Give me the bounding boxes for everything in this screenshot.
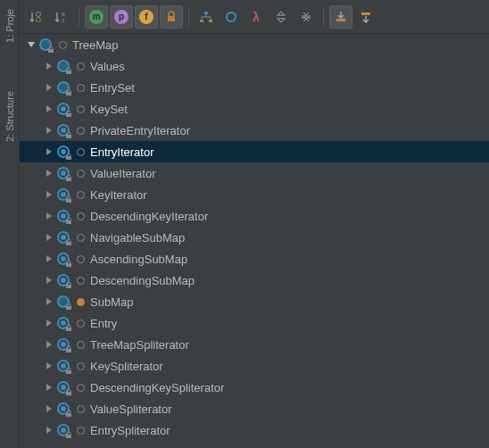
expand-arrow-icon[interactable] xyxy=(43,234,55,241)
autoscroll-to-source-button[interactable] xyxy=(329,5,352,29)
node-label: KeySpliterator xyxy=(90,360,163,373)
method-icon: m xyxy=(89,10,104,24)
project-tool-tab[interactable]: 1: Proje xyxy=(3,4,17,48)
node-label: PrivateEntryIterator xyxy=(90,124,190,137)
expand-arrow-icon[interactable] xyxy=(43,62,55,70)
expand-arrow-icon[interactable] xyxy=(43,277,55,284)
tree-node[interactable]: ValueSpliterator xyxy=(20,398,489,419)
tree-node[interactable]: KeySpliterator xyxy=(20,355,489,377)
node-label: DescendingSubMap xyxy=(90,274,195,287)
structure-tool-tab[interactable]: 2: Structure xyxy=(3,86,17,147)
visibility-indicator xyxy=(77,255,85,263)
expand-arrow-icon[interactable] xyxy=(43,212,55,220)
tree-node[interactable]: DescendingKeySpliterator xyxy=(20,377,489,398)
class-icon xyxy=(55,315,71,331)
tree-node-root[interactable]: TreeMap xyxy=(20,34,489,55)
node-label: ValueSpliterator xyxy=(90,402,172,416)
tree-node[interactable]: Values xyxy=(20,55,489,77)
expand-arrow-icon[interactable] xyxy=(43,341,55,348)
tree-node[interactable]: ValueIterator xyxy=(20,162,489,184)
toolbar-separator xyxy=(188,8,189,26)
expand-arrow-icon[interactable] xyxy=(43,298,55,305)
tree-node[interactable]: EntrySet xyxy=(20,77,489,98)
sort-alphabetically-button[interactable]: a z xyxy=(50,5,73,29)
expand-all-icon xyxy=(275,11,287,23)
tree-node[interactable]: SubMap xyxy=(20,291,489,312)
show-non-public-button[interactable] xyxy=(160,5,183,29)
structure-tab-label: 2: Structure xyxy=(4,91,15,142)
expand-arrow-icon[interactable] xyxy=(43,148,55,155)
visibility-indicator xyxy=(77,362,85,370)
class-icon xyxy=(55,58,71,74)
expand-arrow-icon[interactable] xyxy=(43,427,55,434)
expand-arrow-icon[interactable] xyxy=(43,255,55,262)
tree-node[interactable]: EntryIterator xyxy=(20,141,489,162)
expand-arrow-icon[interactable] xyxy=(43,384,55,391)
tree-node[interactable]: DescendingKeyIterator xyxy=(20,205,489,227)
visibility-indicator xyxy=(77,234,85,242)
field-icon: f xyxy=(139,10,153,24)
show-inherited-button[interactable] xyxy=(195,5,218,29)
svg-rect-14 xyxy=(66,71,71,74)
visibility-indicator xyxy=(77,277,85,285)
tree-node[interactable]: DescendingSubMap xyxy=(20,270,489,291)
toolbar-separator xyxy=(323,8,324,26)
node-label: KeyIterator xyxy=(90,188,147,202)
node-label: TreeMapSpliterator xyxy=(90,338,189,352)
svg-point-1 xyxy=(37,17,41,21)
visibility-indicator xyxy=(77,84,85,92)
class-icon xyxy=(55,336,71,353)
structure-tree[interactable]: TreeMap Values EntrySet KeySet PrivateEn… xyxy=(20,34,489,448)
class-icon xyxy=(55,79,71,95)
show-methods-button[interactable]: m xyxy=(85,5,108,29)
svg-rect-12 xyxy=(48,49,54,53)
toolbar-separator xyxy=(79,8,79,26)
class-icon xyxy=(55,122,71,138)
class-icon xyxy=(55,358,71,374)
show-properties-button[interactable]: p xyxy=(110,5,133,29)
tree-node[interactable]: AscendingSubMap xyxy=(20,248,489,270)
svg-rect-43 xyxy=(66,285,71,288)
tree-node[interactable]: TreeMapSpliterator xyxy=(20,334,489,355)
svg-rect-19 xyxy=(66,113,71,117)
show-lambda-button[interactable]: λ xyxy=(244,5,268,29)
expand-arrow-icon[interactable] xyxy=(43,127,55,134)
project-tab-label: 1: Proje xyxy=(4,9,15,43)
svg-rect-45 xyxy=(66,306,71,310)
tree-node[interactable]: KeyIterator xyxy=(20,184,489,205)
tree-node[interactable]: NavigableSubMap xyxy=(20,227,489,248)
node-label: EntrySet xyxy=(90,81,135,95)
tree-node[interactable]: PrivateEntryIterator xyxy=(20,120,489,141)
expand-arrow-icon[interactable] xyxy=(43,319,55,327)
structure-toolbar: a z m p f xyxy=(20,0,489,34)
expand-arrow-icon[interactable] xyxy=(43,191,55,198)
class-icon xyxy=(55,272,71,288)
sort-by-visibility-button[interactable] xyxy=(25,5,48,29)
svg-rect-7 xyxy=(209,20,212,22)
node-label: Entry xyxy=(90,317,117,330)
svg-text:a: a xyxy=(62,11,65,17)
expand-arrow-icon[interactable] xyxy=(43,105,55,112)
visibility-indicator xyxy=(77,298,85,306)
expand-arrow-icon[interactable] xyxy=(43,170,55,177)
expand-all-button[interactable] xyxy=(269,5,293,29)
expand-arrow-icon[interactable] xyxy=(43,362,55,369)
expand-arrow-icon[interactable] xyxy=(43,405,55,412)
visibility-indicator xyxy=(77,105,85,113)
node-label: SubMap xyxy=(90,295,133,309)
expand-arrow-icon[interactable] xyxy=(43,84,55,91)
node-label: NavigableSubMap xyxy=(90,231,185,245)
expand-arrow-icon[interactable] xyxy=(25,41,37,48)
visibility-indicator xyxy=(77,212,85,220)
autoscroll-from-source-button[interactable] xyxy=(354,5,377,29)
node-label: TreeMap xyxy=(72,38,119,52)
collapse-all-button[interactable] xyxy=(294,5,318,29)
tree-node[interactable]: KeySet xyxy=(20,98,489,120)
collapse-all-icon xyxy=(300,11,312,23)
tree-node[interactable]: Entry xyxy=(20,312,489,334)
svg-rect-57 xyxy=(66,392,71,395)
show-anonymous-button[interactable] xyxy=(220,5,243,29)
tree-node[interactable]: EntrySpliterator xyxy=(20,419,489,441)
show-fields-button[interactable]: f xyxy=(135,5,158,29)
svg-rect-10 xyxy=(361,12,370,15)
